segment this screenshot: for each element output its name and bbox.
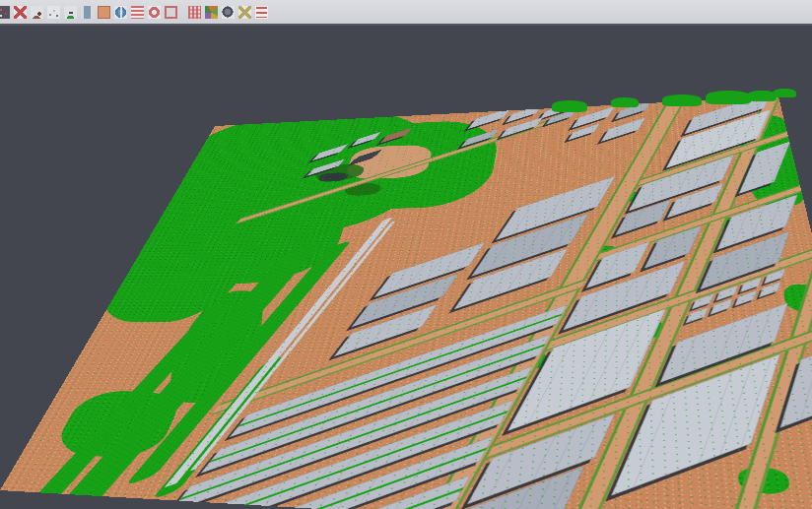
toolbar-button-11[interactable]	[163, 3, 179, 21]
vegetation-silhouette	[706, 91, 751, 104]
toolbar-button-10[interactable]	[146, 3, 163, 21]
sparse-points-icon	[47, 6, 60, 19]
box-select-icon	[165, 6, 177, 19]
toolbar-button-2[interactable]	[12, 3, 29, 21]
point-cloud-plane	[0, 96, 812, 509]
toolbar-separator	[179, 3, 186, 21]
grid-icon	[188, 6, 201, 19]
terrain-green-icon	[64, 6, 77, 19]
toolbar-button-5[interactable]	[62, 3, 79, 21]
vegetation-silhouette	[552, 100, 587, 112]
toolbar-button-14[interactable]	[220, 3, 237, 21]
ring-select-icon	[148, 6, 161, 19]
toolbar-button-12[interactable]	[186, 3, 203, 21]
app-window	[0, 0, 812, 509]
terrain-brown-icon	[31, 6, 43, 19]
toolbar-button-4[interactable]	[45, 3, 62, 21]
toolbar-button-15[interactable]	[237, 3, 253, 21]
layers-icon	[131, 6, 144, 19]
vegetation-silhouette	[611, 97, 639, 107]
toolbar-button-6[interactable]	[79, 3, 96, 21]
classification-palette-icon	[205, 6, 218, 19]
toolbar-button-1[interactable]	[0, 3, 12, 21]
building	[734, 290, 757, 306]
building	[759, 282, 780, 297]
profile-bars-icon	[255, 6, 268, 19]
globe-icon	[114, 6, 127, 19]
building	[468, 107, 511, 129]
viewport-3d[interactable]	[0, 26, 812, 509]
toolbar	[0, 0, 812, 26]
point-cloud-icon	[0, 6, 10, 19]
ground-fill-icon	[98, 6, 110, 19]
toolbar-button-7[interactable]	[96, 3, 112, 21]
toolbar-button-3[interactable]	[29, 3, 45, 21]
building-column-icon	[81, 6, 94, 19]
toolbar-button-9[interactable]	[129, 3, 146, 21]
building	[601, 117, 646, 142]
sphere-icon	[222, 6, 235, 19]
vegetation-silhouette	[773, 89, 796, 97]
building	[710, 298, 733, 314]
toolbar-button-16[interactable]	[253, 3, 270, 21]
toolbar-buttons	[0, 3, 270, 21]
vegetation-silhouette	[662, 95, 702, 106]
building	[686, 307, 710, 324]
cross-tan-icon	[238, 6, 251, 19]
toolbar-button-8[interactable]	[112, 3, 129, 21]
cross-marker-icon	[14, 6, 27, 19]
toolbar-button-13[interactable]	[203, 3, 220, 21]
